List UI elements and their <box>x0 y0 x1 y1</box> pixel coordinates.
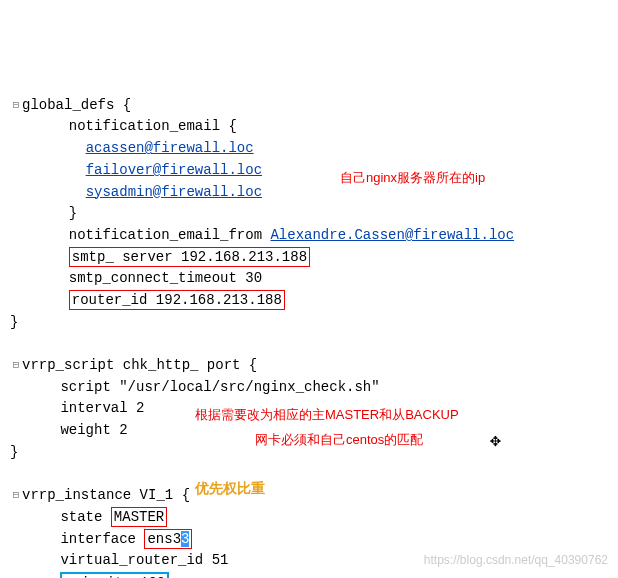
code-line: notification_email { <box>10 118 237 134</box>
code-indent <box>10 184 86 200</box>
code-line: vrrp_instance VI_1 { <box>22 487 190 503</box>
move-cursor-icon: ✥ <box>490 428 501 456</box>
code-line: smtp_connect_timeout 30 <box>10 270 262 286</box>
text-selection: 3 <box>181 531 189 547</box>
code-indent: interface <box>10 531 144 547</box>
code-line: vrrp_script chk_http_ port { <box>22 357 257 373</box>
code-line: } <box>10 444 18 460</box>
highlight-interface: ens33 <box>144 529 192 549</box>
code-line: virtual_router_id 51 <box>10 552 228 568</box>
email-link[interactable]: sysadmin@firewall.loc <box>86 184 262 200</box>
code-indent: state <box>10 509 111 525</box>
iface-text: ens3 <box>147 531 181 547</box>
annotation-state: 根据需要改为相应的主MASTER和从BACKUP <box>195 405 459 425</box>
code-line: } <box>10 205 77 221</box>
highlight-smtp-server: smtp_ server 192.168.213.188 <box>69 247 310 267</box>
code-line: script "/usr/local/src/nginx_check.sh" <box>10 379 380 395</box>
fold-icon[interactable]: ⊟ <box>10 97 22 114</box>
code-line: } <box>10 314 18 330</box>
annotation-priority: 优先权比重 <box>195 478 265 500</box>
code-line: global_defs { <box>22 97 131 113</box>
fold-icon[interactable]: ⊟ <box>10 357 22 374</box>
highlight-router-id: router_id 192.168.213.188 <box>69 290 285 310</box>
code-indent <box>10 162 86 178</box>
fold-icon[interactable]: ⊟ <box>10 487 22 504</box>
email-link[interactable]: failover@firewall.loc <box>86 162 262 178</box>
code-line: notification_email_from <box>10 227 270 243</box>
code-line: weight 2 <box>10 422 128 438</box>
annotation-ip: 自己nginx服务器所在的ip <box>340 168 485 188</box>
code-line: interval 2 <box>10 400 144 416</box>
highlight-state: MASTER <box>111 507 167 527</box>
annotation-interface: 网卡必须和自己centos的匹配 <box>255 430 423 450</box>
email-link[interactable]: acassen@firewall.loc <box>86 140 254 156</box>
email-link[interactable]: Alexandre.Cassen@firewall.loc <box>270 227 514 243</box>
code-indent <box>10 140 86 156</box>
watermark: https://blog.csdn.net/qq_40390762 <box>424 551 608 570</box>
highlight-priority: priority 100 <box>60 572 169 578</box>
